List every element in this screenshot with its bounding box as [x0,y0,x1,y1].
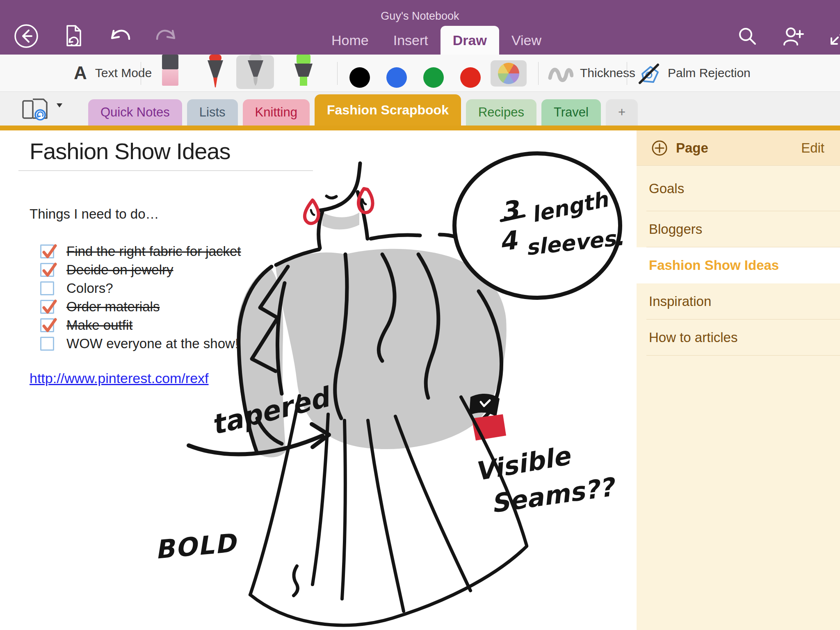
thickness-squiggle-icon [548,62,573,84]
thickness-button[interactable]: Thickness [548,55,635,91]
share-with-people-icon[interactable] [780,23,806,49]
gray-pen-tool-selected[interactable] [244,55,267,94]
highlighter-tool[interactable] [292,55,315,94]
redo-button[interactable] [153,23,180,49]
fullscreen-icon[interactable] [826,23,840,49]
sync-document-icon[interactable] [60,23,86,49]
check-icon [41,316,59,334]
undo-button[interactable] [107,23,133,49]
red-pen-tool[interactable] [204,55,226,94]
section-tab-travel[interactable]: Travel [541,99,601,126]
check-icon [41,242,59,260]
palm-rejection-icon [637,62,661,84]
section-tab-bar: Quick Notes Lists Knitting Fashion Scrap… [0,92,840,126]
check-icon [41,298,59,316]
toolbar-divider [627,62,627,85]
color-wheel-button[interactable] [491,60,527,87]
add-section-button[interactable]: + [606,99,638,126]
ribbon-tabs: Home Insert Draw View [319,0,554,55]
text-mode-button[interactable]: A Text Mode [74,55,152,91]
section-tab-recipes[interactable]: Recipes [466,99,536,126]
note-bold: BOLD [154,528,239,565]
draw-toolbar: A Text Mode Thickness Palm Rejection [0,55,840,92]
page-row-fashion-show-ideas[interactable]: Fashion Show Ideas [637,247,840,283]
tab-view[interactable]: View [499,26,554,55]
tab-draw[interactable]: Draw [441,26,499,55]
color-swatch-blue[interactable] [386,67,407,88]
color-wheel-icon [498,63,519,84]
toolbar-divider [538,62,539,85]
color-swatch-green[interactable] [423,67,444,88]
page-row-inspiration[interactable]: Inspiration [637,283,840,320]
active-section-accent-bar [0,126,840,130]
eraser-tool[interactable] [159,55,181,88]
page-list-header: Page Edit [637,130,840,166]
page-row-how-to-articles[interactable]: How to articles [637,320,840,356]
todo-intro-text: Things I need to do… [30,206,159,222]
section-tab-fashion-scrapbook[interactable]: Fashion Scrapbook [315,94,461,126]
toolbar-divider [141,62,141,85]
checkbox-checked[interactable] [40,300,54,314]
page-canvas[interactable]: Fashion Show Ideas Things I need to do… … [0,130,637,630]
section-tab-lists[interactable]: Lists [187,99,238,126]
checkbox-checked[interactable] [40,318,54,332]
edit-pages-button[interactable]: Edit [801,140,824,156]
section-tab-quick-notes[interactable]: Quick Notes [88,99,182,126]
color-swatch-black[interactable] [349,67,370,88]
page-row-goals[interactable]: Goals [637,166,840,211]
color-swatch-red[interactable] [460,67,481,88]
check-icon [41,261,59,279]
palm-rejection-button[interactable]: Palm Rejection [637,55,751,91]
toolbar-divider [337,62,338,85]
back-button[interactable] [13,23,39,49]
checkbox-checked[interactable] [40,244,54,258]
fashion-sketch-drawing: 3 4 length sleeves. tapered Visible Seam… [153,131,637,630]
app-title-bar: Guy's Notebook Home Insert Draw View [0,0,840,55]
checkbox-checked[interactable] [40,263,54,277]
notebook-switcher-button[interactable] [21,98,66,123]
text-mode-icon: A [74,63,87,83]
section-tab-knitting[interactable]: Knitting [243,99,310,126]
tab-home[interactable]: Home [319,26,381,55]
page-list-sidebar: Page Edit Goals Bloggers Fashion Show Id… [637,130,840,630]
checkbox-unchecked[interactable] [40,337,54,351]
add-page-button[interactable]: Page [649,137,708,159]
checkbox-unchecked[interactable] [40,281,54,295]
add-page-plus-icon [649,137,670,159]
page-row-bloggers[interactable]: Bloggers [637,211,840,247]
search-icon[interactable] [734,23,760,49]
tab-insert[interactable]: Insert [381,26,441,55]
